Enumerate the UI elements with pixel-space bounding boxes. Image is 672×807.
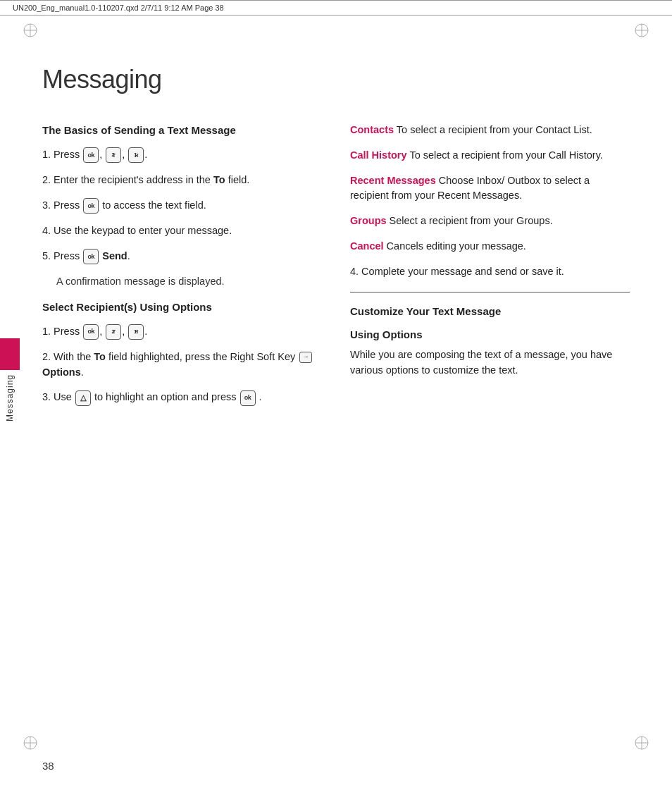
cancel-text: Cancels editing your message. <box>387 240 526 252</box>
confirmation-text: A confirmation message is displayed. <box>56 276 225 287</box>
page-title: Messaging <box>42 65 630 94</box>
callhistory-label: Call History <box>350 149 407 161</box>
reg-mark-br <box>634 735 649 751</box>
side-tab: Messaging <box>0 338 20 437</box>
main-content: Messaging The Basics of Sending a Text M… <box>42 16 630 416</box>
step4-right-text: 4. Complete your message and send or sav… <box>350 266 564 277</box>
step4-text: 4. Use the keypad to enter your message. <box>42 225 232 236</box>
callhistory-item: Call History To select a recipient from … <box>350 148 630 164</box>
page-number: 38 <box>42 760 54 772</box>
step-5: 5. Press ok Send. <box>42 249 322 264</box>
section3-sub: Using Options <box>350 328 630 340</box>
groups-label: Groups <box>350 215 387 226</box>
key-ok-1: ok <box>83 147 99 163</box>
step2-text: 2. Enter the recipient's address in the … <box>42 174 249 185</box>
comma-1: , <box>99 149 105 160</box>
step-3: 3. Press ok to access the text field. <box>42 198 322 214</box>
groups-body: Select a recipient from your Groups. <box>390 215 553 226</box>
step3-text2: to access the text field. <box>102 199 206 211</box>
recentmessages-item: Recent Messages Choose Inbox/ Outbox to … <box>350 173 630 204</box>
step2-3: 3. Use △ to highlight an option and pres… <box>42 390 322 405</box>
contacts-item: Contacts To select a recipient from your… <box>350 123 630 138</box>
key-ok-s2-1: ok <box>83 324 99 340</box>
step2-2-text: 2. With the To field highlighted, press … <box>42 351 298 362</box>
step3-text: 3. Press <box>42 199 82 211</box>
header-text: UN200_Eng_manual1.0-110207.qxd 2/7/11 9:… <box>13 4 224 12</box>
reg-mark-tr <box>634 23 649 38</box>
s2-comma-1: , <box>99 326 105 337</box>
s2-comma-2: , <box>122 326 127 337</box>
step1-number: 1. Press <box>42 149 82 160</box>
page-wrapper: UN200_Eng_manual1.0-110207.qxd 2/7/11 9:… <box>0 0 672 807</box>
section2-heading: Select Recipient(s) Using Options <box>42 300 322 314</box>
cancel-label: Cancel <box>350 240 384 252</box>
step2-3-text1: 3. Use <box>42 391 75 402</box>
key-ok-s2-3: ok <box>240 390 256 406</box>
step5-bold: Send. <box>102 250 130 261</box>
section1-heading: The Basics of Sending a Text Message <box>42 123 322 137</box>
section3-heading: Customize Your Text Message <box>350 304 630 319</box>
two-column-layout: The Basics of Sending a Text Message 1. … <box>42 123 630 416</box>
side-tab-pink-bar <box>0 338 20 370</box>
step2-2: 2. With the To field highlighted, press … <box>42 350 322 381</box>
step2-1-number: 1. Press <box>42 326 82 337</box>
key-1-1: 1R <box>128 147 144 163</box>
period-1: . <box>144 149 147 160</box>
s2-period-1: . <box>144 326 147 337</box>
section-divider <box>350 292 630 292</box>
groups-item: Groups Select a recipient from your Grou… <box>350 214 630 229</box>
key-2-s2: 2T <box>106 324 121 340</box>
step2-2-options: Options. <box>42 366 84 378</box>
key-ok-3: ok <box>83 198 99 214</box>
recentmessages-label: Recent Messages <box>350 175 436 186</box>
reg-mark-bl <box>23 735 38 751</box>
key-1-s2: 1R <box>128 324 144 340</box>
confirmation-note: A confirmation message is displayed. <box>56 274 322 290</box>
step2-1: 1. Press ok, 2T, 1R. <box>42 324 322 340</box>
step5-text: 5. Press <box>42 250 82 261</box>
callhistory-text: To select a recipient from your Call His… <box>409 149 603 161</box>
step-4: 4. Use the keypad to enter your message. <box>42 223 322 239</box>
step4-right: 4. Complete your message and send or sav… <box>350 264 630 280</box>
contacts-label: Contacts <box>350 124 394 135</box>
key-2-1: 2T <box>106 147 121 163</box>
page-header: UN200_Eng_manual1.0-110207.qxd 2/7/11 9:… <box>0 0 672 16</box>
key-ok-5: ok <box>83 249 99 264</box>
side-tab-label: Messaging <box>5 370 15 426</box>
softkey-icon: → <box>299 352 312 363</box>
key-nav: △ <box>75 390 91 406</box>
reg-mark-tl <box>23 23 38 38</box>
step-2: 2. Enter the recipient's address in the … <box>42 173 322 188</box>
left-column: The Basics of Sending a Text Message 1. … <box>42 123 322 416</box>
contacts-text: To select a recipient from your Contact … <box>397 124 592 135</box>
step2-3-text2: to highlight an option and press <box>94 391 239 402</box>
comma-2: , <box>122 149 127 160</box>
right-column: Contacts To select a recipient from your… <box>350 123 630 416</box>
step-1: 1. Press ok, 2T, 1R. <box>42 147 322 163</box>
section3-body: While you are composing the text of a me… <box>350 347 630 378</box>
cancel-item: Cancel Cancels editing your message. <box>350 239 630 254</box>
step2-3-end: . <box>259 391 262 402</box>
